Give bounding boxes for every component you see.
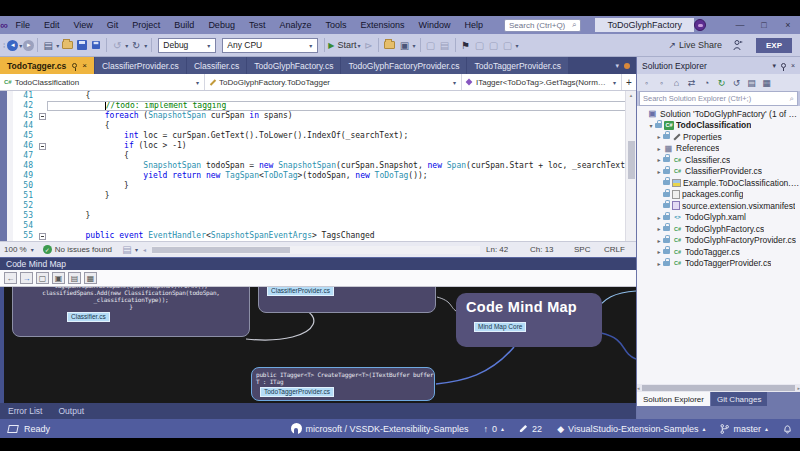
notifications-button[interactable]: [783, 424, 792, 434]
refresh-icon[interactable]: ↻: [716, 78, 727, 88]
toolbar-overflow[interactable]: ▾: [516, 42, 519, 49]
panel-tab-solution-explorer[interactable]: Solution Explorer: [637, 392, 710, 406]
fold-margin[interactable]: [37, 141, 47, 151]
mindmap-node-badge[interactable]: ClassifierProvider.cs: [267, 287, 334, 296]
member-dropdown[interactable]: ITagger<ToDoTag>.GetTags(NormalizedSnaps…: [462, 74, 622, 90]
code-line-45[interactable]: 45 int loc = curSpan.GetText().ToLower()…: [13, 131, 636, 141]
experimental-instance-badge[interactable]: EXP: [756, 38, 792, 53]
navigate-back-dropdown[interactable]: ▾: [19, 42, 22, 49]
tree-item-todoclassification[interactable]: ▾C#TodoClassification: [637, 120, 800, 132]
github-repo-button[interactable]: microsoft / VSSDK-Extensibility-Samples: [291, 423, 469, 434]
redo-icon[interactable]: ↻: [129, 37, 143, 53]
start-debug-icon[interactable]: ▶: [328, 41, 334, 50]
issues-status[interactable]: No issues found: [55, 245, 112, 254]
solution-explorer-hscrollbar[interactable]: ◂▸: [637, 384, 800, 392]
panel-tab-git-changes[interactable]: Git Changes: [711, 392, 767, 406]
fold-collapse-icon[interactable]: [39, 143, 46, 150]
menu-tools[interactable]: Tools: [318, 16, 353, 34]
menu-view[interactable]: View: [66, 16, 99, 34]
tree-item-properties[interactable]: ▸Properties: [637, 131, 800, 143]
add-view-button[interactable]: +: [622, 74, 636, 90]
code-line-55[interactable]: 55 public event EventHandler<SnapshotSpa…: [13, 231, 636, 241]
editor-horizontal-scrollbar[interactable]: [152, 246, 480, 254]
configuration-dropdown[interactable]: Debug▾: [158, 38, 216, 53]
collapse-all-icon[interactable]: ▤: [746, 78, 757, 88]
tab-list-chevron-icon[interactable]: ▾: [615, 62, 619, 70]
code-line-44[interactable]: 44 {: [13, 121, 636, 131]
code-line-54[interactable]: 54: [13, 221, 636, 231]
hscroll-left-icon[interactable]: ◂: [143, 246, 146, 253]
solution-explorer-header[interactable]: Solution Explorer ▾ ×: [637, 57, 800, 74]
menu-file[interactable]: File: [8, 16, 37, 34]
menu-extensions[interactable]: Extensions: [353, 16, 411, 34]
show-all-files-icon[interactable]: ▦: [761, 78, 772, 88]
home-icon[interactable]: ⌂: [671, 78, 682, 88]
menu-project[interactable]: Project: [125, 16, 167, 34]
code-line-50[interactable]: 50 }: [13, 181, 636, 191]
tree-item-classifierprovider-cs[interactable]: ▸C#ClassifierProvider.cs: [637, 166, 800, 178]
editor-vertical-scrollbar[interactable]: ▴: [625, 91, 636, 241]
navigate-back-icon[interactable]: ◂: [7, 40, 18, 51]
attach-icon[interactable]: ⊳: [361, 37, 375, 53]
menu-debug[interactable]: Debug: [201, 16, 242, 34]
tab-todotaggerprovider-cs[interactable]: TodoTaggerProvider.cs: [467, 57, 567, 74]
bottom-tab-error-list[interactable]: Error List: [8, 406, 42, 416]
code-line-46[interactable]: 46 if (loc > -1): [13, 141, 636, 151]
menu-build[interactable]: Build: [167, 16, 201, 34]
tab-classifierprovider-cs[interactable]: ClassifierProvider.cs: [95, 57, 186, 74]
find-dropdown[interactable]: ▾: [412, 42, 415, 49]
uncomment-icon[interactable]: ▤: [438, 37, 452, 53]
undo-dropdown[interactable]: ▾: [125, 42, 128, 49]
outgoing-commits-button[interactable]: ↑ 0 ▴: [484, 424, 505, 434]
solution-search-input[interactable]: Search Solution Explorer (Ctrl+;) ⌕: [639, 91, 798, 106]
zoom-selector[interactable]: 100 % ▾: [4, 245, 40, 254]
code-editor[interactable]: 41 {42 //todo: implement tagging43 forea…: [0, 91, 636, 241]
tree-item-example-todoclassification-png[interactable]: Example.ToDoClassification.png: [637, 177, 800, 189]
tab-classifier-cs[interactable]: Classifier.cs: [187, 57, 246, 74]
redo-dropdown[interactable]: ▾: [144, 42, 147, 49]
tree-item-references[interactable]: ▸▦References: [637, 143, 800, 155]
new-file-icon[interactable]: ▤: [41, 37, 55, 53]
expander-icon[interactable]: ▸: [655, 225, 663, 232]
code-line-49[interactable]: 49 yield return new TagSpan<ToDoTag>(tod…: [13, 171, 636, 181]
mindmap-node-badge[interactable]: TodoTaggerProvider.cs: [260, 387, 334, 397]
tree-item-todotagger-cs[interactable]: ▸C#TodoTagger.cs: [637, 246, 800, 258]
new-map-icon[interactable]: ▦: [84, 272, 97, 284]
pin-icon[interactable]: [781, 63, 786, 68]
feedback-person-icon[interactable]: [732, 39, 744, 51]
unsaved-changes-button[interactable]: 22: [519, 424, 542, 434]
mindmap-node-classifier-provider[interactable]: ClassificationRegistry = null;Classifier…: [258, 287, 436, 313]
code-line-42[interactable]: 42 //todo: implement tagging: [13, 101, 636, 111]
fold-collapse-icon[interactable]: [39, 233, 46, 240]
scroll-up-icon[interactable]: ▴: [630, 91, 633, 99]
tree-item-packages-config[interactable]: packages.config: [637, 189, 800, 201]
tree-item-todotaggerprovider-cs[interactable]: ▸C#TodoTaggerProvider.cs: [637, 258, 800, 270]
delete-icon[interactable]: ▣: [52, 272, 65, 284]
pending-changes-filter-icon[interactable]: ◔: [701, 78, 712, 88]
expander-icon[interactable]: ▸: [655, 145, 663, 152]
start-button[interactable]: Start: [337, 40, 356, 50]
code-line-52[interactable]: 52: [13, 201, 636, 211]
start-dropdown[interactable]: ▾: [357, 42, 360, 49]
expander-icon[interactable]: ▸: [655, 248, 663, 255]
expander-icon[interactable]: ▸: [655, 168, 663, 175]
expander-icon[interactable]: ▸: [655, 133, 663, 140]
repository-selector[interactable]: ◆ VisualStudio-Extension-Samples ▴: [557, 424, 705, 434]
expander-icon[interactable]: ▸: [655, 260, 663, 267]
close-button[interactable]: ×: [776, 16, 800, 34]
mindmap-center-node[interactable]: Code Mind MapMind Map Core: [456, 293, 602, 347]
bookmark-icon[interactable]: ⚑: [459, 37, 473, 53]
fold-margin[interactable]: [37, 231, 47, 241]
menu-analyze[interactable]: Analyze: [272, 16, 318, 34]
tab-todotagger-cs[interactable]: TodoTagger.cs×: [0, 57, 94, 74]
tab-close-icon[interactable]: ×: [82, 61, 87, 70]
menu-window[interactable]: Window: [412, 16, 458, 34]
save-all-icon[interactable]: [92, 41, 100, 49]
tree-item-todoglyphfactory-cs[interactable]: ▸C#TodoGlyphFactory.cs: [637, 223, 800, 235]
prev-bookmark-icon[interactable]: ▢: [473, 37, 487, 53]
tab-pin-icon[interactable]: [72, 63, 77, 68]
expander-icon[interactable]: ▸: [655, 214, 663, 221]
code-line-53[interactable]: 53 }: [13, 211, 636, 221]
next-bookmark-icon[interactable]: ▢: [487, 37, 501, 53]
close-panel-icon[interactable]: ×: [791, 62, 795, 69]
